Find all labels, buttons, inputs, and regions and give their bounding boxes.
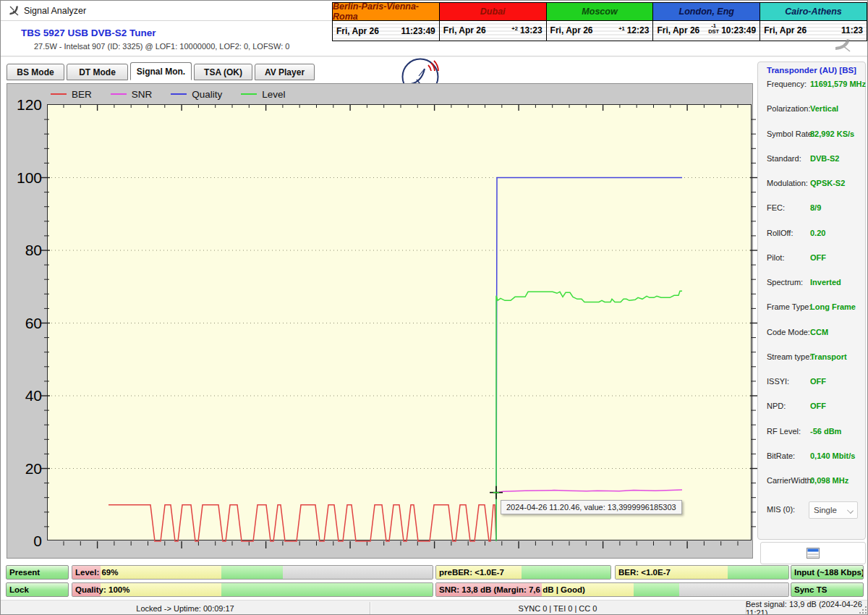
- gauge-segment-gray: [679, 583, 788, 596]
- transponder-panel: Transponder (AU) [BS] Frequency:11691,57…: [757, 62, 866, 540]
- transponder-row-label: Pilot:: [767, 253, 784, 262]
- clock-moscow: MoscowFri, Apr 26+112:23: [546, 2, 654, 41]
- status-lock-uptime: Locked -> Uptime: 00:09:17: [1, 601, 370, 615]
- clock-date: Fri, Apr 26: [336, 26, 379, 36]
- clock-date: Fri, Apr 26: [443, 25, 486, 35]
- chart-window-button[interactable]: [760, 542, 866, 564]
- gauge-segment-green: [221, 566, 283, 579]
- window-icon: [807, 548, 820, 559]
- resize-grip[interactable]: [858, 605, 867, 614]
- chart-tooltip: 2024-04-26 11.20.46, value: 13,399999618…: [501, 500, 682, 514]
- mode-tabs: BS ModeDT ModeSignal Mon.TSA (OK)AV Play…: [7, 62, 315, 80]
- transponder-row-value: OFF: [810, 253, 826, 262]
- world-clocks-panel: Berlin-Paris-Vienna-RomaFri, Apr 2611:23…: [332, 2, 867, 41]
- clock-dubai: DubaiFri, Apr 26+213:23: [439, 2, 547, 41]
- tab-bs-mode[interactable]: BS Mode: [7, 64, 64, 80]
- transponder-row-value: Inverted: [810, 278, 841, 287]
- transponder-row: NPD:OFF: [758, 402, 865, 412]
- transponder-row-value: DVB-S2: [810, 154, 839, 163]
- quality-gauge-label: Quality: 100%: [75, 583, 129, 597]
- transponder-row-label: Modulation:: [767, 179, 808, 187]
- tuner-title: TBS 5927 USB DVB-S2 Tuner: [21, 27, 156, 38]
- transponder-row: Pilot:OFF: [758, 253, 865, 263]
- transponder-row: CarrierWidth:0,098 MHz: [758, 476, 865, 486]
- transponder-row-value: 82,992 KS/s: [810, 130, 854, 138]
- transponder-row: Modulation:QPSK-S2: [758, 179, 865, 189]
- transponder-row-label: RF Level:: [767, 427, 801, 436]
- clock-utc-offset: +2: [511, 26, 518, 32]
- transponder-row-value: -56 dBm: [810, 427, 841, 436]
- transponder-row: FEC:8/9: [758, 203, 865, 213]
- clock-date: Fri, Apr 26: [764, 25, 807, 35]
- transponder-row: Code Mode:CCM: [758, 328, 865, 338]
- window-title: Signal Analyzer: [24, 6, 86, 16]
- clock-berlin-paris-vienna-roma: Berlin-Paris-Vienna-RomaFri, Apr 2611:23…: [332, 2, 440, 41]
- transponder-row-value: 0,098 MHz: [810, 476, 848, 485]
- transponder-row-label: Frequency:: [767, 80, 807, 88]
- clock-time-row: Fri, Apr 26+213:23: [440, 21, 546, 41]
- clock-city-label: Moscow: [547, 3, 653, 21]
- preber-gauge: preBER: <1.0E-7: [435, 565, 611, 580]
- transponder-row-value: QPSK-S2: [810, 179, 845, 187]
- legend-item-level: Level: [241, 89, 285, 100]
- clock-utc-offset: -1DST: [708, 23, 719, 35]
- tab-signal-mon-[interactable]: Signal Mon.: [130, 62, 192, 80]
- transponder-row-label: Stream type:: [767, 352, 812, 361]
- transponder-row-label: RollOff:: [767, 229, 793, 237]
- gauge-segment-yellow: [101, 566, 221, 579]
- mis-dropdown[interactable]: Single: [809, 501, 858, 519]
- y-tick-label: 100: [9, 170, 42, 185]
- transponder-row-value: 0,140 Mbit/s: [810, 451, 855, 460]
- legend-label: SNR: [132, 89, 153, 100]
- y-tick-label: 20: [9, 461, 42, 476]
- transponder-row: Spectrum:Inverted: [758, 278, 865, 288]
- lock-indicator: Lock: [6, 582, 69, 597]
- transponder-row-value: Transport: [810, 352, 847, 361]
- transponder-row: Polarization:Vertical: [758, 104, 865, 114]
- transponder-row: RollOff:0.20: [758, 229, 865, 239]
- status-bar: Locked -> Uptime: 00:09:17 SYNC 0 | TEI …: [1, 600, 868, 615]
- y-tick-label: 120: [9, 97, 42, 112]
- tuner-subtitle: 27.5W - Intelsat 907 (ID: 3325) @ LOF1: …: [34, 42, 289, 51]
- chart-plot-area[interactable]: 2024-04-26 11.20.46, value: 13,399999618…: [47, 104, 752, 540]
- transponder-row-label: FEC:: [767, 203, 785, 212]
- transponder-row: Symbol Rate:82,992 KS/s: [758, 130, 865, 140]
- transponder-row-value: Vertical: [810, 104, 838, 113]
- transponder-panel-title: Transponder (AU) [BS]: [765, 66, 858, 75]
- transponder-row: Frequency:11691,579 MHz: [758, 80, 865, 90]
- transponder-row-label: NPD:: [767, 402, 786, 410]
- transponder-rows: Frequency:11691,579 MHzPolarization:Vert…: [758, 80, 865, 486]
- transponder-row-label: CarrierWidth:: [767, 476, 814, 485]
- tab-tsa-ok-[interactable]: TSA (OK): [194, 64, 252, 80]
- clock-time-row: Fri, Apr 2611:23:49: [333, 21, 439, 41]
- transponder-row-label: Standard:: [767, 154, 801, 163]
- snr-gauge: SNR: 13,8 dB (Margin: 7,6 dB | Good): [435, 582, 789, 597]
- signal-chart-panel: BERSNRQualityLevel 020406080100120 2024-…: [7, 83, 753, 559]
- mis-label: MIS (0):: [767, 505, 795, 514]
- clock-city-label: London, Eng: [653, 3, 760, 21]
- satellite-dish-icon: [8, 4, 20, 17]
- series-quality: [496, 178, 682, 542]
- legend-label: BER: [72, 89, 92, 100]
- clock-city-label: Berlin-Paris-Vienna-Roma: [333, 3, 439, 21]
- tab-av-player[interactable]: AV Player: [255, 64, 315, 80]
- clock-utc-offset: +1: [618, 26, 625, 32]
- transponder-row-label: Symbol Rate:: [767, 130, 814, 138]
- clock-time: 12:23: [627, 25, 650, 35]
- clock-city-label: Dubai: [440, 3, 546, 21]
- level-gauge: Level: 69%: [72, 565, 433, 580]
- quality-gauge: Quality: 100%: [72, 582, 433, 597]
- clock-cairo-athens: Cairo-AthensFri, Apr 2611:23: [760, 2, 867, 41]
- transponder-row: BitRate:0,140 Mbit/s: [758, 451, 865, 462]
- transponder-row-value: 11691,579 MHz: [810, 80, 866, 88]
- quality-line-swatch: [171, 93, 187, 95]
- transponder-row: ISSYI:OFF: [758, 377, 865, 387]
- transponder-row-value: OFF: [810, 402, 826, 410]
- legend-item-snr: SNR: [111, 89, 153, 100]
- clock-time: 11:23: [841, 25, 863, 35]
- ber-line-swatch: [51, 93, 67, 95]
- gauge-segment-green: [522, 566, 610, 579]
- tab-dt-mode[interactable]: DT Mode: [67, 64, 128, 80]
- transponder-row-label: Spectrum:: [767, 278, 803, 287]
- clock-time-row: Fri, Apr 26+112:23: [547, 21, 653, 41]
